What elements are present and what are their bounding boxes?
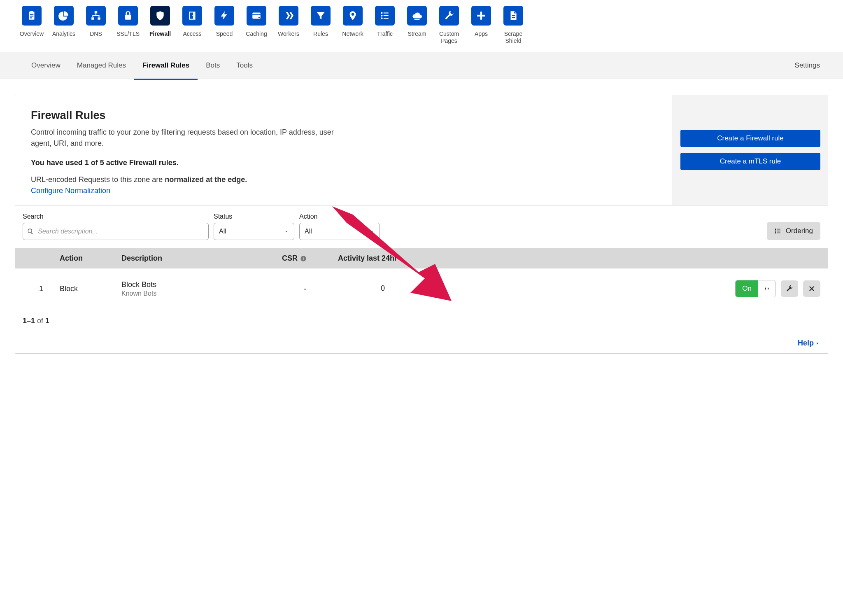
topnav-item-network[interactable]: Network (337, 6, 369, 44)
topnav-item-firewall[interactable]: Firewall (144, 6, 176, 44)
topnav-label: Traffic (377, 30, 393, 37)
lock-icon (118, 6, 138, 26)
bolt-icon (214, 6, 234, 26)
svg-rect-1 (30, 11, 33, 12)
topnav-label: Access (183, 30, 201, 37)
topnav-item-scrape-shield[interactable]: Scrape Shield (497, 6, 529, 44)
delete-rule-button[interactable] (803, 280, 820, 297)
topnav-item-caching[interactable]: Caching (240, 6, 272, 44)
row-activity: 0 (311, 284, 393, 293)
edit-rule-button[interactable] (781, 280, 798, 297)
svg-rect-31 (777, 231, 780, 232)
table-header: Action Description CSR Activity last 24h… (15, 248, 828, 268)
svg-rect-3 (30, 16, 34, 16)
svg-rect-27 (512, 17, 515, 18)
topnav-item-stream[interactable]: Stream (401, 6, 433, 44)
pin-icon (343, 6, 363, 26)
list-icon (774, 227, 782, 235)
topnav-item-overview[interactable]: Overview (16, 6, 48, 44)
chevron-right-icon (815, 341, 820, 346)
tab-bots[interactable]: Bots (198, 52, 228, 79)
svg-rect-26 (512, 15, 515, 16)
topnav-item-apps[interactable]: Apps (465, 6, 497, 44)
wrench-icon (439, 6, 459, 26)
tab-tools[interactable]: Tools (228, 52, 261, 79)
tab-firewall-rules[interactable]: Firewall Rules (134, 52, 198, 80)
svg-point-32 (775, 232, 776, 233)
workers-icon (279, 6, 298, 26)
col-csr: CSR (253, 254, 307, 263)
plus-icon (471, 6, 491, 26)
pie-icon (54, 6, 74, 26)
clipboard-icon (22, 6, 42, 26)
svg-rect-4 (30, 17, 32, 18)
svg-point-21 (381, 17, 382, 19)
row-action: Block (60, 285, 121, 293)
topnav-item-custom-pages[interactable]: Custom Pages (433, 6, 465, 44)
create-firewall-rule-button[interactable]: Create a Firewall rule (680, 130, 820, 147)
svg-point-17 (381, 12, 382, 14)
help-link[interactable]: Help (798, 339, 820, 348)
ordering-button[interactable]: Ordering (767, 222, 820, 240)
topnav-label: Speed (216, 30, 233, 37)
svg-rect-20 (384, 15, 389, 16)
topnav-item-rules[interactable]: Rules (305, 6, 337, 44)
action-select[interactable]: All (299, 223, 380, 240)
topnav-label: Overview (20, 30, 44, 37)
search-icon (27, 228, 34, 235)
configure-normalization-link[interactable]: Configure Normalization (31, 187, 110, 195)
row-description: Block Bots Known Bots (121, 280, 253, 297)
close-icon (808, 285, 815, 292)
status-label: Status (214, 213, 294, 220)
search-input-wrap[interactable] (23, 223, 209, 240)
svg-rect-18 (384, 12, 389, 13)
topnav-item-speed[interactable]: Speed (208, 6, 240, 44)
topnav-item-analytics[interactable]: Analytics (48, 6, 80, 44)
tab-overview[interactable]: Overview (23, 52, 69, 79)
chevron-down-icon (370, 229, 375, 234)
tab-managed-rules[interactable]: Managed Rules (69, 52, 134, 79)
topnav-item-dns[interactable]: DNS (80, 6, 112, 44)
top-nav: OverviewAnalyticsDNSSSL/TLSFirewallAcces… (0, 0, 843, 48)
svg-point-15 (258, 17, 260, 18)
page-title: Firewall Rules (31, 109, 657, 122)
search-label: Search (23, 213, 209, 220)
topnav-item-ssl-tls[interactable]: SSL/TLS (112, 6, 144, 44)
drag-handle-icon (764, 286, 770, 292)
svg-rect-7 (98, 17, 100, 19)
rule-toggle[interactable]: On (735, 280, 776, 297)
settings-link[interactable]: Settings (795, 61, 820, 70)
normalization-info: URL-encoded Requests to this zone are no… (31, 175, 657, 184)
svg-rect-25 (477, 15, 485, 16)
wrench-icon (786, 285, 793, 292)
topnav-label: Scrape Shield (504, 30, 522, 44)
rules-usage: You have used 1 of 5 active Firewall rul… (31, 159, 657, 167)
status-select[interactable]: All (214, 223, 294, 240)
svg-rect-33 (777, 233, 780, 233)
topnav-label: Analytics (52, 30, 75, 37)
svg-rect-6 (91, 17, 94, 19)
topnav-item-traffic[interactable]: Traffic (369, 6, 401, 44)
firewall-rules-card: Firewall Rules Control incoming traffic … (15, 95, 828, 354)
tabs-bar: OverviewManaged RulesFirewall RulesBotsT… (0, 52, 843, 79)
page-description: Control incoming traffic to your zone by… (31, 127, 344, 150)
svg-point-30 (775, 231, 776, 232)
svg-rect-8 (125, 15, 131, 20)
svg-rect-14 (252, 12, 261, 14)
action-label: Action (299, 213, 380, 220)
filters-row: Search Status All Action All Ordering (15, 205, 828, 248)
topnav-label: DNS (90, 30, 102, 37)
svg-point-36 (303, 257, 304, 258)
chevron-down-icon (284, 229, 289, 234)
col-description: Description (121, 254, 253, 263)
topnav-item-workers[interactable]: Workers (272, 6, 305, 44)
list-icon (375, 6, 395, 26)
topnav-label: Stream (408, 30, 426, 37)
topnav-item-access[interactable]: Access (176, 6, 208, 44)
svg-point-19 (381, 15, 382, 16)
search-input[interactable] (37, 227, 204, 236)
create-mtls-rule-button[interactable]: Create a mTLS rule (680, 153, 820, 170)
topnav-label: Apps (475, 30, 488, 37)
col-action: Action (60, 254, 121, 263)
cloud-icon (407, 6, 427, 26)
